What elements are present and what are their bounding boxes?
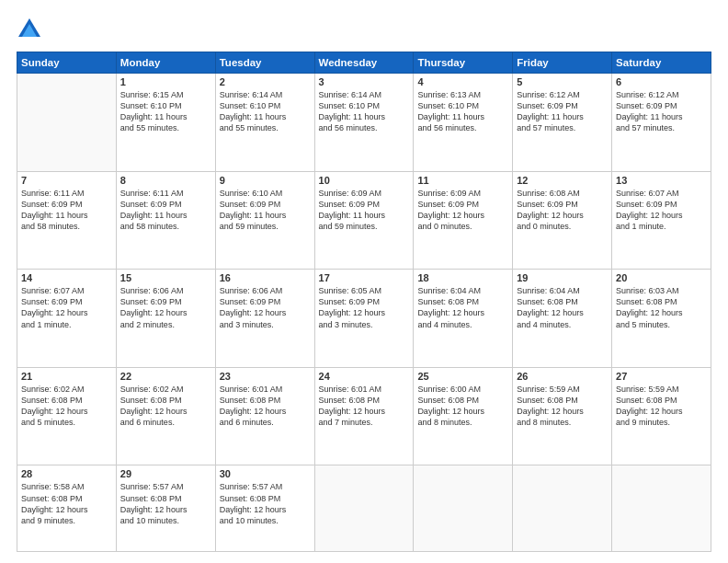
day-info: Sunrise: 5:57 AM Sunset: 6:08 PM Dayligh… xyxy=(120,481,211,526)
day-info: Sunrise: 6:01 AM Sunset: 6:08 PM Dayligh… xyxy=(319,384,410,429)
day-info: Sunrise: 6:14 AM Sunset: 6:10 PM Dayligh… xyxy=(220,89,311,134)
logo-icon xyxy=(17,17,42,42)
calendar-cell xyxy=(17,74,117,172)
calendar-cell: 25Sunrise: 6:00 AM Sunset: 6:08 PM Dayli… xyxy=(414,367,513,465)
calendar-cell: 5Sunrise: 6:12 AM Sunset: 6:09 PM Daylig… xyxy=(513,74,612,172)
day-info: Sunrise: 6:01 AM Sunset: 6:08 PM Dayligh… xyxy=(220,384,311,429)
day-number: 11 xyxy=(417,175,508,186)
day-number: 8 xyxy=(120,175,211,186)
calendar-cell: 2Sunrise: 6:14 AM Sunset: 6:10 PM Daylig… xyxy=(215,74,314,172)
day-info: Sunrise: 6:00 AM Sunset: 6:08 PM Dayligh… xyxy=(417,384,508,429)
calendar-cell: 7Sunrise: 6:11 AM Sunset: 6:09 PM Daylig… xyxy=(17,171,117,270)
day-info: Sunrise: 6:04 AM Sunset: 6:08 PM Dayligh… xyxy=(517,285,608,330)
day-info: Sunrise: 6:03 AM Sunset: 6:08 PM Dayligh… xyxy=(616,285,707,330)
day-number: 28 xyxy=(21,468,112,479)
day-info: Sunrise: 5:58 AM Sunset: 6:08 PM Dayligh… xyxy=(21,481,112,526)
day-info: Sunrise: 6:11 AM Sunset: 6:09 PM Dayligh… xyxy=(120,188,211,233)
calendar-cell: 13Sunrise: 6:07 AM Sunset: 6:09 PM Dayli… xyxy=(612,171,711,270)
calendar-week-row: 28Sunrise: 5:58 AM Sunset: 6:08 PM Dayli… xyxy=(17,465,711,552)
day-info: Sunrise: 6:06 AM Sunset: 6:09 PM Dayligh… xyxy=(120,285,211,330)
calendar-header-row: SundayMondayTuesdayWednesdayThursdayFrid… xyxy=(17,52,711,74)
day-info: Sunrise: 6:15 AM Sunset: 6:10 PM Dayligh… xyxy=(120,89,211,134)
calendar-header-tuesday: Tuesday xyxy=(215,52,314,74)
day-info: Sunrise: 6:10 AM Sunset: 6:09 PM Dayligh… xyxy=(220,188,311,233)
calendar-cell: 18Sunrise: 6:04 AM Sunset: 6:08 PM Dayli… xyxy=(414,270,513,368)
day-number: 23 xyxy=(220,371,311,382)
calendar-cell xyxy=(314,465,414,552)
page: SundayMondayTuesdayWednesdayThursdayFrid… xyxy=(0,0,728,563)
calendar-cell: 27Sunrise: 5:59 AM Sunset: 6:08 PM Dayli… xyxy=(612,367,711,465)
day-number: 22 xyxy=(120,371,211,382)
calendar-cell: 15Sunrise: 6:06 AM Sunset: 6:09 PM Dayli… xyxy=(116,270,215,368)
calendar-header-thursday: Thursday xyxy=(414,52,513,74)
calendar-cell: 9Sunrise: 6:10 AM Sunset: 6:09 PM Daylig… xyxy=(215,171,314,270)
calendar-cell: 28Sunrise: 5:58 AM Sunset: 6:08 PM Dayli… xyxy=(17,465,117,552)
calendar-cell: 16Sunrise: 6:06 AM Sunset: 6:09 PM Dayli… xyxy=(215,270,314,368)
day-info: Sunrise: 6:06 AM Sunset: 6:09 PM Dayligh… xyxy=(220,285,311,330)
day-number: 27 xyxy=(616,371,707,382)
calendar-cell: 3Sunrise: 6:14 AM Sunset: 6:10 PM Daylig… xyxy=(314,74,414,172)
day-number: 12 xyxy=(517,175,608,186)
calendar-cell: 14Sunrise: 6:07 AM Sunset: 6:09 PM Dayli… xyxy=(17,270,117,368)
calendar-cell: 17Sunrise: 6:05 AM Sunset: 6:09 PM Dayli… xyxy=(314,270,414,368)
day-info: Sunrise: 6:05 AM Sunset: 6:09 PM Dayligh… xyxy=(319,285,410,330)
calendar-cell: 20Sunrise: 6:03 AM Sunset: 6:08 PM Dayli… xyxy=(612,270,711,368)
calendar-week-row: 14Sunrise: 6:07 AM Sunset: 6:09 PM Dayli… xyxy=(17,270,711,368)
header xyxy=(17,17,711,42)
calendar-week-row: 1Sunrise: 6:15 AM Sunset: 6:10 PM Daylig… xyxy=(17,74,711,172)
calendar-cell: 30Sunrise: 5:57 AM Sunset: 6:08 PM Dayli… xyxy=(215,465,314,552)
day-number: 13 xyxy=(616,175,707,186)
calendar-cell xyxy=(513,465,612,552)
calendar-cell xyxy=(414,465,513,552)
day-number: 7 xyxy=(21,175,112,186)
day-info: Sunrise: 5:57 AM Sunset: 6:08 PM Dayligh… xyxy=(220,481,311,526)
calendar-cell: 4Sunrise: 6:13 AM Sunset: 6:10 PM Daylig… xyxy=(414,74,513,172)
day-number: 18 xyxy=(417,272,508,283)
day-info: Sunrise: 6:13 AM Sunset: 6:10 PM Dayligh… xyxy=(417,89,508,134)
day-info: Sunrise: 6:04 AM Sunset: 6:08 PM Dayligh… xyxy=(417,285,508,330)
calendar-week-row: 7Sunrise: 6:11 AM Sunset: 6:09 PM Daylig… xyxy=(17,171,711,270)
day-number: 20 xyxy=(616,272,707,283)
day-info: Sunrise: 5:59 AM Sunset: 6:08 PM Dayligh… xyxy=(517,384,608,429)
calendar-cell: 10Sunrise: 6:09 AM Sunset: 6:09 PM Dayli… xyxy=(314,171,414,270)
calendar-header-monday: Monday xyxy=(116,52,215,74)
day-info: Sunrise: 6:02 AM Sunset: 6:08 PM Dayligh… xyxy=(21,384,112,429)
day-number: 2 xyxy=(220,76,311,87)
day-number: 21 xyxy=(21,371,112,382)
day-number: 5 xyxy=(517,76,608,87)
day-number: 24 xyxy=(319,371,410,382)
calendar-cell xyxy=(612,465,711,552)
calendar-header-sunday: Sunday xyxy=(17,52,117,74)
calendar-header-wednesday: Wednesday xyxy=(314,52,414,74)
calendar-cell: 19Sunrise: 6:04 AM Sunset: 6:08 PM Dayli… xyxy=(513,270,612,368)
day-number: 3 xyxy=(319,76,410,87)
day-info: Sunrise: 6:11 AM Sunset: 6:09 PM Dayligh… xyxy=(21,188,112,233)
day-info: Sunrise: 6:02 AM Sunset: 6:08 PM Dayligh… xyxy=(120,384,211,429)
calendar-cell: 24Sunrise: 6:01 AM Sunset: 6:08 PM Dayli… xyxy=(314,367,414,465)
calendar-week-row: 21Sunrise: 6:02 AM Sunset: 6:08 PM Dayli… xyxy=(17,367,711,465)
day-info: Sunrise: 5:59 AM Sunset: 6:08 PM Dayligh… xyxy=(616,384,707,429)
day-number: 15 xyxy=(120,272,211,283)
day-info: Sunrise: 6:08 AM Sunset: 6:09 PM Dayligh… xyxy=(517,188,608,233)
day-number: 26 xyxy=(517,371,608,382)
day-info: Sunrise: 6:09 AM Sunset: 6:09 PM Dayligh… xyxy=(417,188,508,233)
calendar-cell: 11Sunrise: 6:09 AM Sunset: 6:09 PM Dayli… xyxy=(414,171,513,270)
calendar-header-friday: Friday xyxy=(513,52,612,74)
calendar-cell: 8Sunrise: 6:11 AM Sunset: 6:09 PM Daylig… xyxy=(116,171,215,270)
day-info: Sunrise: 6:12 AM Sunset: 6:09 PM Dayligh… xyxy=(517,89,608,134)
day-info: Sunrise: 6:09 AM Sunset: 6:09 PM Dayligh… xyxy=(319,188,410,233)
day-number: 25 xyxy=(417,371,508,382)
day-number: 4 xyxy=(417,76,508,87)
day-info: Sunrise: 6:07 AM Sunset: 6:09 PM Dayligh… xyxy=(21,285,112,330)
logo xyxy=(17,17,46,42)
day-number: 17 xyxy=(319,272,410,283)
day-info: Sunrise: 6:12 AM Sunset: 6:09 PM Dayligh… xyxy=(616,89,707,134)
day-number: 14 xyxy=(21,272,112,283)
calendar-cell: 21Sunrise: 6:02 AM Sunset: 6:08 PM Dayli… xyxy=(17,367,117,465)
day-number: 19 xyxy=(517,272,608,283)
day-info: Sunrise: 6:07 AM Sunset: 6:09 PM Dayligh… xyxy=(616,188,707,233)
calendar-cell: 26Sunrise: 5:59 AM Sunset: 6:08 PM Dayli… xyxy=(513,367,612,465)
calendar-cell: 6Sunrise: 6:12 AM Sunset: 6:09 PM Daylig… xyxy=(612,74,711,172)
day-number: 16 xyxy=(220,272,311,283)
calendar-cell: 12Sunrise: 6:08 AM Sunset: 6:09 PM Dayli… xyxy=(513,171,612,270)
